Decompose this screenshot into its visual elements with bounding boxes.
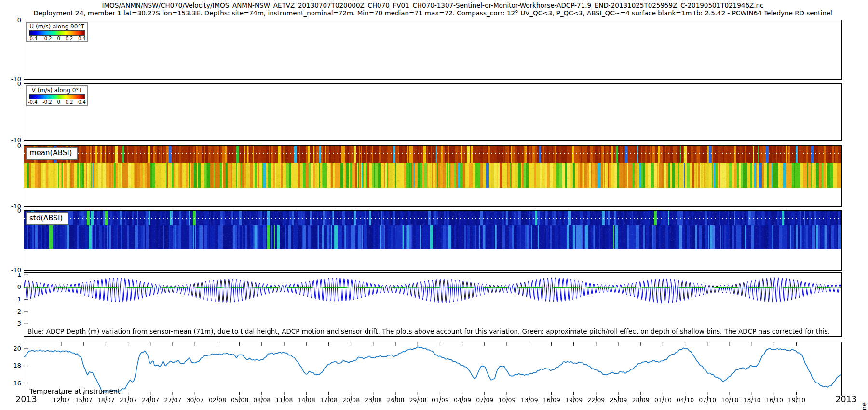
copyright-text: © IMOS 05-May-2025 00:26:16 Hobart time	[860, 402, 868, 410]
date-tick-label: 04/10	[673, 396, 697, 404]
colorbar-tick: 0.4	[78, 99, 86, 105]
plot-title-deployment: Deployment 24, member 1 lat=30.27S lon=1…	[24, 9, 842, 17]
mean-absi-label: mean(ABSI)	[26, 147, 78, 160]
colorbar-tick: -0.4	[28, 99, 38, 105]
u-colorbar-ticks: -0.4-0.200.20.4	[27, 36, 87, 41]
y-axis-label: 0	[0, 80, 21, 87]
date-tick-label: 24/07	[138, 396, 163, 404]
colorbar-tick: 0.2	[65, 99, 73, 105]
y-axis-label: -2	[0, 308, 21, 315]
y-axis-label: 0	[0, 142, 21, 149]
date-tick-label: 08/08	[250, 396, 274, 404]
date-tick-label: 07/10	[695, 396, 719, 404]
colorbar-tick: 0	[57, 36, 60, 41]
date-tick-label: 19/10	[785, 396, 809, 404]
u-colorbar-legend: U (m/s) along 90°T -0.4-0.200.20.4	[26, 22, 88, 42]
colorbar-tick: 0.2	[65, 36, 73, 41]
v-colorbar-ticks: -0.4-0.200.20.4	[27, 99, 87, 105]
panel-u-velocity: U (m/s) along 90°T -0.4-0.200.20.4	[24, 20, 842, 80]
date-tick-label: 13/10	[740, 396, 764, 404]
y-axis-label: -3	[0, 320, 21, 327]
date-tick-label: 02/08	[205, 396, 230, 404]
y-axis-label: 0	[0, 283, 21, 290]
y-axis-label: 0	[0, 16, 21, 24]
year-label-right: 2013	[822, 395, 857, 404]
date-tick-label: 11/08	[272, 396, 297, 404]
date-tick-label: 10/10	[718, 396, 742, 404]
panel-std-absi: std(ABSI)	[24, 210, 842, 271]
date-tick-label: 17/08	[317, 396, 341, 404]
y-axis-label: 0	[0, 207, 21, 214]
panel-v-velocity: V (m/s) along 0°T -0.4-0.200.20.4	[24, 83, 842, 141]
date-tick-label: 07/09	[473, 396, 497, 404]
year-label-left: 2013	[15, 395, 37, 404]
depth-note-text: Blue: ADCP Depth (m) variation from sens…	[27, 328, 830, 335]
y-axis-label: 18	[0, 362, 21, 369]
date-tick-label: 20/08	[339, 396, 363, 404]
std-absi-label: std(ABSI)	[26, 212, 68, 225]
colorbar-tick: 0	[57, 99, 60, 105]
jet-colorbar	[29, 94, 85, 99]
colorbar-tick: 0.4	[78, 36, 86, 41]
date-tick-label: 10/09	[495, 396, 519, 404]
date-tick-label: 22/09	[584, 396, 608, 404]
date-tick-label: 23/08	[361, 396, 385, 404]
jet-colorbar	[29, 30, 85, 36]
panel-mean-absi: mean(ABSI)	[24, 145, 842, 207]
v-legend-title: V (m/s) along 0°T	[27, 86, 87, 94]
plot-title-filename: IMOS/ANMN/NSW/CH070/Velocity/IMOS_ANMN-N…	[24, 1, 842, 9]
date-tick-label: 15/07	[72, 396, 96, 404]
date-tick-label: 28/09	[629, 396, 653, 404]
panel-depth-variation: Blue: ADCP Depth (m) variation from sens…	[24, 272, 842, 337]
date-tick-label: 13/09	[517, 396, 542, 404]
std-absi-heatmap	[24, 211, 841, 249]
temperature-plot	[24, 342, 841, 395]
panel-temperature: Temperature at instrument	[24, 342, 842, 396]
date-tick-label: 01/09	[428, 396, 452, 404]
temperature-label: Temperature at instrument	[29, 387, 120, 395]
date-axis: 12/0715/0718/0721/0724/0727/0730/0702/08…	[24, 396, 842, 404]
colorbar-tick: -0.2	[42, 36, 52, 41]
y-axis-label: 16	[0, 380, 21, 387]
u-legend-title: U (m/s) along 90°T	[27, 23, 87, 30]
colorbar-tick: -0.2	[42, 99, 52, 105]
y-axis-label: 20	[0, 345, 21, 352]
date-tick-label: 19/09	[562, 396, 586, 404]
date-tick-label: 12/07	[50, 396, 74, 404]
date-tick-label: 14/08	[295, 396, 319, 404]
colorbar-tick: -0.4	[28, 36, 38, 41]
date-tick-label: 25/09	[607, 396, 631, 404]
adcp-plot-page: IMOS/ANMN/NSW/CH070/Velocity/IMOS_ANMN-N…	[0, 0, 868, 410]
date-tick-label: 27/07	[161, 396, 185, 404]
date-tick-label: 16/10	[762, 396, 787, 404]
y-axis-label: -1	[0, 296, 21, 303]
date-tick-label: 26/08	[384, 396, 408, 404]
date-tick-label: 04/09	[450, 396, 475, 404]
date-tick-label: 05/08	[228, 396, 252, 404]
mean-absi-heatmap	[24, 146, 841, 188]
date-tick-label: 16/09	[540, 396, 564, 404]
date-tick-label: 29/08	[406, 396, 430, 404]
date-tick-label: 30/07	[183, 396, 207, 404]
date-tick-label: 18/07	[94, 396, 118, 404]
depth-variation-plot	[24, 273, 841, 336]
date-tick-label: 21/07	[116, 396, 140, 404]
y-axis-label: 1	[0, 271, 21, 278]
v-colorbar-legend: V (m/s) along 0°T -0.4-0.200.20.4	[26, 85, 88, 106]
date-tick-label: 01/10	[651, 396, 675, 404]
